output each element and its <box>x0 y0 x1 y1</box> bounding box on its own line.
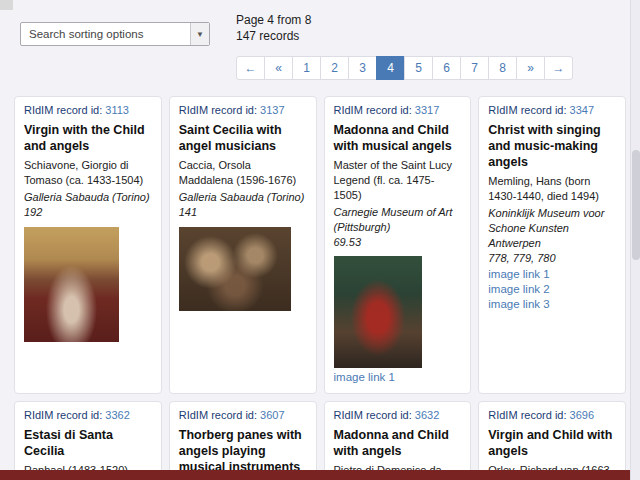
record-id-label: RIdIM record id: <box>179 104 257 116</box>
record-grid: RIdIM record id: 3113 Virgin with the Ch… <box>0 80 640 480</box>
painting-thumbnail[interactable] <box>24 227 119 342</box>
sort-select-value: Search sorting options <box>21 28 143 40</box>
record-id-link[interactable]: 3607 <box>260 409 284 421</box>
results-page: Search sorting options ▼ Page 4 from 8 1… <box>0 0 640 480</box>
record-card: RIdIM record id: 3137 Saint Cecilia with… <box>169 96 317 394</box>
record-artist: Master of the Saint Lucy Legend (fl. ca.… <box>334 158 462 203</box>
pagination-page-2[interactable]: 2 <box>320 56 349 80</box>
record-card: RIdIM record id: 3607 Thorberg panes wit… <box>169 401 317 480</box>
scrollbar[interactable] <box>630 0 640 480</box>
record-title: Virgin and Child with angels <box>488 427 616 459</box>
pagination-page-7[interactable]: 7 <box>460 56 489 80</box>
record-card: RIdIM record id: 3362 Estasi di Santa Ce… <box>14 401 162 480</box>
chevron-down-icon: ▼ <box>190 23 209 45</box>
scrollbar-thumb[interactable] <box>632 150 640 260</box>
record-artist: Schiavone, Giorgio di Tomaso (ca. 1433-1… <box>24 158 152 188</box>
image-link[interactable]: image link 3 <box>488 298 616 310</box>
record-museum: Koninklijk Museum voor Schone Kunsten An… <box>488 206 616 251</box>
record-id-link[interactable]: 3317 <box>415 104 439 116</box>
record-title: Estasi di Santa Cecilia <box>24 427 152 459</box>
record-id-label: RIdIM record id: <box>179 409 257 421</box>
pagination-page-6[interactable]: 6 <box>432 56 461 80</box>
record-id-label: RIdIM record id: <box>334 104 412 116</box>
painting-thumbnail[interactable] <box>179 227 291 311</box>
record-id-label: RIdIM record id: <box>24 409 102 421</box>
record-title: Madonna and Child with angels <box>334 427 462 459</box>
record-title: Madonna and Child with musical angels <box>334 122 462 154</box>
pagination-prev-skip[interactable]: « <box>264 56 293 80</box>
record-id-link[interactable]: 3137 <box>260 104 284 116</box>
pagination-page-4-active[interactable]: 4 <box>376 56 405 80</box>
record-card: RIdIM record id: 3317 Madonna and Child … <box>324 96 472 394</box>
pagination-page-5[interactable]: 5 <box>404 56 433 80</box>
sort-select[interactable]: Search sorting options ▼ <box>20 22 210 46</box>
record-id-link[interactable]: 3347 <box>570 104 594 116</box>
record-catalog: 192 <box>24 205 152 220</box>
record-id-label: RIdIM record id: <box>488 104 566 116</box>
records-count: 147 records <box>236 28 573 44</box>
record-id-link[interactable]: 3113 <box>105 104 129 116</box>
record-card: RIdIM record id: 3632 Madonna and Child … <box>324 401 472 480</box>
record-catalog: 69.53 <box>334 235 462 250</box>
record-title: Christ with singing and music-making ang… <box>488 122 616 170</box>
pagination-page-1[interactable]: 1 <box>292 56 321 80</box>
pagination-prev-arrow[interactable]: ← <box>236 56 265 80</box>
record-id-link[interactable]: 3696 <box>570 409 594 421</box>
image-link[interactable]: image link 1 <box>488 268 616 280</box>
painting-thumbnail[interactable] <box>334 256 422 368</box>
record-catalog: 141 <box>179 205 307 220</box>
record-card: RIdIM record id: 3696 Virgin and Child w… <box>478 401 626 480</box>
record-museum: Carnegie Museum of Art (Pittsburgh) <box>334 205 462 235</box>
footer-bar <box>0 470 630 480</box>
record-id-label: RIdIM record id: <box>334 409 412 421</box>
image-link[interactable]: image link 1 <box>334 371 462 383</box>
record-title: Virgin with the Child and angels <box>24 122 152 154</box>
record-artist: Caccia, Orsola Maddalena (1596-1676) <box>179 158 307 188</box>
record-id-label: RIdIM record id: <box>24 104 102 116</box>
page-indicator: Page 4 from 8 <box>236 12 573 28</box>
corner-fragment <box>0 0 13 10</box>
record-artist: Memling, Hans (born 1430-1440, died 1494… <box>488 174 616 204</box>
image-link[interactable]: image link 2 <box>488 283 616 295</box>
top-bar: Search sorting options ▼ Page 4 from 8 1… <box>0 0 640 80</box>
record-id-link[interactable]: 3362 <box>105 409 129 421</box>
pagination-page-3[interactable]: 3 <box>348 56 377 80</box>
record-card: RIdIM record id: 3113 Virgin with the Ch… <box>14 96 162 394</box>
results-meta: Page 4 from 8 147 records ← « 1 2 3 4 5 … <box>236 12 573 80</box>
pagination-next-arrow[interactable]: → <box>544 56 573 80</box>
record-catalog: 778, 779, 780 <box>488 251 616 266</box>
record-id-label: RIdIM record id: <box>488 409 566 421</box>
record-id-link[interactable]: 3632 <box>415 409 439 421</box>
record-museum: Galleria Sabauda (Torino) <box>24 190 152 205</box>
record-title: Saint Cecilia with angel musicians <box>179 122 307 154</box>
chevron-down-glyph: ▼ <box>196 30 204 39</box>
record-museum: Galleria Sabauda (Torino) <box>179 190 307 205</box>
pagination: ← « 1 2 3 4 5 6 7 8 » → <box>236 56 573 80</box>
pagination-next-skip[interactable]: » <box>516 56 545 80</box>
record-card: RIdIM record id: 3347 Christ with singin… <box>478 96 626 394</box>
pagination-page-8[interactable]: 8 <box>488 56 517 80</box>
